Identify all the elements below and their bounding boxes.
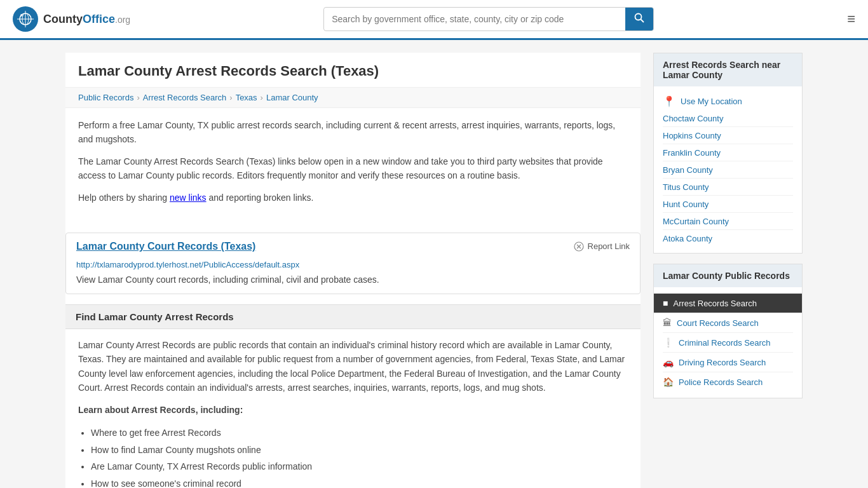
record-title[interactable]: Lamar County Court Records (Texas) <box>76 241 255 252</box>
learn-header: Learn about Arrest Records, including: <box>78 403 628 417</box>
list-item: How to see someone's criminal record <box>91 475 628 488</box>
nearby-county-link[interactable]: Franklin County <box>663 148 721 158</box>
logo-text: CountyOffice.org <box>43 13 130 26</box>
arrest-records-link[interactable]: Arrest Records Search <box>673 299 757 308</box>
public-records-item-police[interactable]: 🏠 Police Records Search <box>663 372 793 391</box>
find-section-body: Lamar County Arrest Records are public r… <box>65 329 641 488</box>
nearby-county-link[interactable]: Hopkins County <box>663 131 721 140</box>
svg-line-7 <box>641 20 644 23</box>
list-item: How to find Lamar County mugshots online <box>91 442 628 459</box>
record-url[interactable]: http://txlamarodyprod.tylerhost.net/Publ… <box>66 260 640 274</box>
police-icon: 🏠 <box>663 377 674 387</box>
location-icon: 📍 <box>663 95 675 107</box>
list-item: Bryan County <box>663 161 793 179</box>
nearby-box: Arrest Records Search near Lamar County … <box>653 53 803 254</box>
criminal-icon: ❕ <box>663 337 674 348</box>
list-item: Hopkins County <box>663 127 793 144</box>
nearby-county-link[interactable]: Bryan County <box>663 165 713 175</box>
svg-point-6 <box>635 14 642 20</box>
use-location-btn[interactable]: 📍 Use My Location <box>663 93 793 110</box>
record-desc: View Lamar County court records, includi… <box>66 274 640 294</box>
breadcrumb-lamar[interactable]: Lamar County <box>266 93 318 102</box>
intro-text-2: The Lamar County Arrest Records Search (… <box>78 154 628 183</box>
breadcrumb-public-records[interactable]: Public Records <box>78 93 133 102</box>
new-links[interactable]: new links <box>170 193 207 203</box>
court-icon: 🏛 <box>663 318 672 328</box>
nearby-county-link[interactable]: Atoka County <box>663 234 712 243</box>
court-records-link[interactable]: Court Records Search <box>677 318 759 328</box>
breadcrumb-texas[interactable]: Texas <box>236 93 257 102</box>
search-button[interactable] <box>625 8 653 30</box>
find-section-header: Find Lamar County Arrest Records <box>65 304 641 329</box>
criminal-records-link[interactable]: Criminal Records Search <box>679 338 771 348</box>
list-item: Atoka County <box>663 230 793 247</box>
intro-text-1: Perform a free Lamar County, TX public a… <box>78 118 628 147</box>
breadcrumb-arrest-records[interactable]: Arrest Records Search <box>143 93 227 102</box>
public-records-item-criminal[interactable]: ❕ Criminal Records Search <box>663 333 793 353</box>
find-section-text: Lamar County Arrest Records are public r… <box>78 338 628 395</box>
driving-records-link[interactable]: Driving Records Search <box>679 358 766 367</box>
report-icon <box>574 241 584 252</box>
list-item: McCurtain County <box>663 213 793 230</box>
main-content: Lamar County Arrest Records Search (Texa… <box>65 53 641 488</box>
report-link[interactable]: Report Link <box>574 241 630 252</box>
intro-text-3: Help others by sharing new links and rep… <box>78 191 628 205</box>
list-item: Hunt County <box>663 196 793 213</box>
search-input[interactable] <box>324 9 625 29</box>
public-records-item-driving[interactable]: 🚗 Driving Records Search <box>663 353 793 372</box>
list-item: Titus County <box>663 179 793 196</box>
public-records-item-arrest[interactable]: ■ Arrest Records Search <box>654 294 802 313</box>
nearby-list: Choctaw County Hopkins County Franklin C… <box>663 110 793 247</box>
public-records-list: ■ Arrest Records Search 🏛 Court Records … <box>663 294 793 391</box>
search-bar <box>323 7 654 31</box>
list-item: Franklin County <box>663 144 793 161</box>
arrest-icon: ■ <box>663 298 668 308</box>
main-container: Lamar County Arrest Records Search (Texa… <box>53 40 815 488</box>
public-records-body: ■ Arrest Records Search 🏛 Court Records … <box>654 287 802 398</box>
public-records-header: Lamar County Public Records <box>654 264 802 287</box>
public-records-box: Lamar County Public Records ■ Arrest Rec… <box>653 264 803 398</box>
header: CountyOffice.org ≡ <box>0 0 868 40</box>
logo-area: CountyOffice.org <box>13 6 130 32</box>
list-item: Choctaw County <box>663 110 793 127</box>
page-title: Lamar County Arrest Records Search (Texa… <box>65 53 641 88</box>
list-item: Are Lamar County, TX Arrest Records publ… <box>91 458 628 475</box>
logo-icon <box>13 6 38 32</box>
nearby-county-link[interactable]: Titus County <box>663 182 709 192</box>
sidebar: Arrest Records Search near Lamar County … <box>653 53 803 488</box>
menu-icon[interactable]: ≡ <box>847 11 855 27</box>
svg-point-5 <box>20 14 23 17</box>
nearby-county-link[interactable]: McCurtain County <box>663 217 729 226</box>
public-records-item-court[interactable]: 🏛 Court Records Search <box>663 313 793 333</box>
list-item: Where to get free Arrest Records <box>91 424 628 442</box>
nearby-county-link[interactable]: Hunt County <box>663 200 709 209</box>
content-body: Perform a free Lamar County, TX public a… <box>65 108 641 222</box>
record-box: Lamar County Court Records (Texas) Repor… <box>65 233 641 294</box>
nearby-header: Arrest Records Search near Lamar County <box>654 53 802 86</box>
learn-list: Where to get free Arrest Records How to … <box>78 424 628 488</box>
police-records-link[interactable]: Police Records Search <box>679 377 763 387</box>
driving-icon: 🚗 <box>663 357 674 367</box>
nearby-county-link[interactable]: Choctaw County <box>663 114 723 123</box>
breadcrumb: Public Records › Arrest Records Search ›… <box>65 88 641 108</box>
